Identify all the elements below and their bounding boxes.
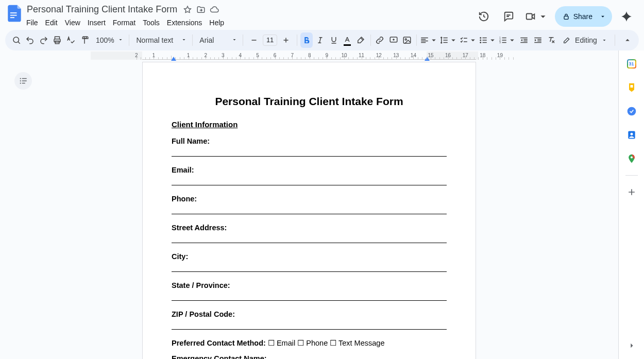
label-city: City: <box>172 252 188 261</box>
menu-edit[interactable]: Edit <box>42 16 61 29</box>
bold-button[interactable] <box>300 32 313 48</box>
share-label: Share <box>573 12 592 21</box>
toolbar: 100% Normal text Arial 11 <box>5 30 639 50</box>
text-color-button[interactable] <box>341 32 353 48</box>
menu-tools[interactable]: Tools <box>139 16 163 29</box>
share-options-chevron-icon[interactable] <box>596 9 610 24</box>
decrease-font-icon[interactable] <box>246 32 262 48</box>
input-line <box>172 179 447 185</box>
svg-point-18 <box>20 78 21 79</box>
undo-icon[interactable] <box>24 32 36 48</box>
hide-side-panel-icon[interactable] <box>621 335 642 356</box>
document-page[interactable]: Personal Training Client Intake Form Cli… <box>142 62 476 359</box>
comments-icon[interactable] <box>498 6 519 27</box>
meet-button[interactable] <box>523 6 551 27</box>
input-line <box>172 208 447 214</box>
tasks-app-icon[interactable] <box>621 101 642 122</box>
section-heading: Client Information <box>172 120 447 129</box>
contacts-app-icon[interactable] <box>621 125 642 145</box>
paragraph-style-value: Normal text <box>137 36 174 44</box>
zoom-combo[interactable]: 100% <box>92 33 126 47</box>
highlight-button[interactable] <box>354 32 367 48</box>
collapse-toolbar-icon[interactable] <box>621 32 634 48</box>
svg-point-5 <box>13 37 19 43</box>
clear-formatting-icon[interactable] <box>545 32 557 48</box>
line-spacing-button[interactable] <box>439 32 458 48</box>
underline-button[interactable] <box>328 32 340 48</box>
svg-point-11 <box>405 39 406 40</box>
svg-point-12 <box>480 37 481 39</box>
side-panel <box>618 50 644 359</box>
svg-rect-8 <box>84 37 87 38</box>
svg-rect-2 <box>10 17 14 18</box>
paint-format-icon[interactable] <box>78 32 91 48</box>
font-combo[interactable]: Arial <box>195 33 240 47</box>
docs-logo[interactable] <box>4 3 25 24</box>
doc-heading: Personal Training Client Intake Form <box>172 95 447 108</box>
svg-point-14 <box>480 42 481 43</box>
insert-link-icon[interactable] <box>374 32 386 48</box>
checklist-button[interactable] <box>459 32 478 48</box>
label-pref-contact: Preferred Contact Method: <box>172 339 266 347</box>
increase-indent-icon[interactable] <box>531 32 544 48</box>
document-scroll-area[interactable]: Personal Training Client Intake Form Cli… <box>0 62 618 359</box>
label-phone: Phone: <box>172 195 197 203</box>
share-button[interactable]: Share <box>555 6 612 27</box>
svg-text:3: 3 <box>499 41 501 44</box>
zoom-value: 100% <box>96 36 114 44</box>
menu-view[interactable]: View <box>61 16 84 29</box>
add-comment-icon[interactable] <box>387 32 400 48</box>
show-outline-button[interactable] <box>14 72 32 90</box>
document-title[interactable]: Personal Training Client Intake Form <box>25 3 179 16</box>
keep-app-icon[interactable] <box>621 77 642 98</box>
numbered-list-button[interactable]: 123 <box>498 32 517 48</box>
calendar-app-icon[interactable] <box>621 54 642 74</box>
gemini-icon[interactable] <box>616 6 637 27</box>
redo-icon[interactable] <box>38 32 50 48</box>
label-state: State / Province: <box>172 281 230 289</box>
menu-insert[interactable]: Insert <box>84 16 109 29</box>
move-icon[interactable] <box>196 5 206 15</box>
italic-button[interactable] <box>314 32 326 48</box>
mode-value: Editing <box>575 36 597 44</box>
align-button[interactable] <box>420 32 438 48</box>
svg-point-27 <box>630 133 633 135</box>
paragraph-style-combo[interactable]: Normal text <box>132 33 189 47</box>
svg-point-19 <box>20 80 21 81</box>
svg-point-20 <box>20 82 21 83</box>
menu-bar: File Edit View Insert Format Tools Exten… <box>23 16 473 29</box>
horizontal-ruler[interactable]: 2112345678910111213141516171819 <box>0 52 618 60</box>
star-icon[interactable] <box>182 5 193 15</box>
insert-image-icon[interactable] <box>401 32 413 48</box>
increase-font-icon[interactable] <box>278 32 294 48</box>
label-street: Street Address: <box>172 224 227 232</box>
history-icon[interactable] <box>473 6 494 27</box>
get-addons-icon[interactable] <box>621 182 642 202</box>
search-icon[interactable] <box>10 32 23 48</box>
spellcheck-icon[interactable] <box>64 32 77 48</box>
svg-point-25 <box>627 107 636 116</box>
input-line <box>172 266 447 272</box>
svg-rect-1 <box>10 15 17 16</box>
label-email: Email: <box>172 166 194 174</box>
print-icon[interactable] <box>51 32 63 48</box>
svg-point-28 <box>630 156 632 158</box>
maps-app-icon[interactable] <box>621 148 642 169</box>
menu-extensions[interactable]: Extensions <box>163 16 206 29</box>
font-value: Arial <box>199 36 214 44</box>
decrease-indent-icon[interactable] <box>518 32 530 48</box>
svg-rect-4 <box>564 16 568 19</box>
mode-combo[interactable]: Editing <box>558 32 612 48</box>
bulleted-list-button[interactable] <box>479 32 497 48</box>
font-size-input[interactable]: 11 <box>263 35 277 46</box>
cloud-saved-icon[interactable] <box>209 5 219 15</box>
svg-rect-22 <box>22 80 27 81</box>
menu-format[interactable]: Format <box>109 16 139 29</box>
menu-help[interactable]: Help <box>206 16 228 29</box>
input-line <box>172 295 447 301</box>
label-emergency-name: Emergency Contact Name: <box>172 354 267 359</box>
input-line <box>172 237 447 243</box>
menu-file[interactable]: File <box>23 16 42 29</box>
svg-point-13 <box>480 40 481 41</box>
input-line <box>172 150 447 157</box>
